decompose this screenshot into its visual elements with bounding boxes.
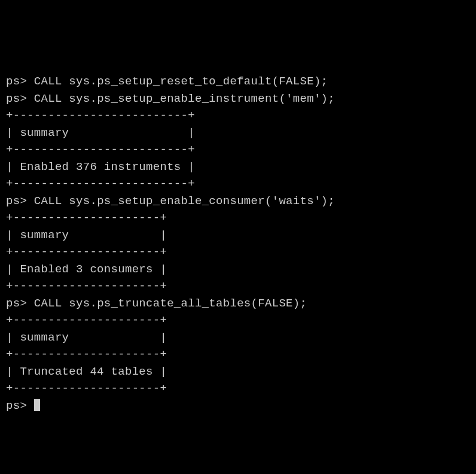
command-line-1: ps> CALL sys.ps_setup_reset_to_default(F… (6, 73, 470, 90)
command-text: CALL sys.ps_truncate_all_tables(FALSE); (34, 297, 307, 310)
command-line-2: ps> CALL sys.ps_setup_enable_instrument(… (6, 90, 470, 108)
prompt: ps> (6, 195, 27, 208)
prompt: ps> (6, 399, 27, 412)
table-header: | summary | (6, 124, 470, 142)
prompt: ps> (6, 92, 27, 105)
table-border: +---------------------+ (6, 278, 470, 295)
table-border: +---------------------+ (6, 346, 470, 363)
prompt: ps> (6, 297, 27, 310)
table-row: | Enabled 376 instruments | (6, 159, 470, 176)
table-border: +-------------------------+ (6, 175, 470, 193)
table-border: +-------------------------+ (6, 141, 470, 159)
table-header: | summary | (6, 329, 470, 347)
command-text: CALL sys.ps_setup_enable_consumer('waits… (34, 195, 335, 208)
prompt: ps> (6, 75, 27, 88)
table-row: | Enabled 3 consumers | (6, 261, 470, 278)
command-text: CALL sys.ps_setup_reset_to_default(FALSE… (34, 75, 328, 88)
command-line-4: ps> CALL sys.ps_truncate_all_tables(FALS… (6, 295, 470, 312)
command-line-3: ps> CALL sys.ps_setup_enable_consumer('w… (6, 193, 470, 210)
table-row: | Truncated 44 tables | (6, 363, 470, 381)
table-border: +-------------------------+ (6, 107, 470, 124)
table-border: +---------------------+ (6, 380, 470, 397)
table-header: | summary | (6, 227, 470, 244)
command-text: CALL sys.ps_setup_enable_instrument('mem… (34, 92, 335, 105)
table-border: +---------------------+ (6, 312, 470, 329)
cursor-icon (34, 399, 40, 411)
table-border: +---------------------+ (6, 209, 470, 227)
terminal-output: ps> CALL sys.ps_setup_reset_to_default(F… (6, 73, 470, 414)
table-border: +---------------------+ (6, 244, 470, 261)
command-prompt-active[interactable]: ps> (6, 397, 470, 415)
